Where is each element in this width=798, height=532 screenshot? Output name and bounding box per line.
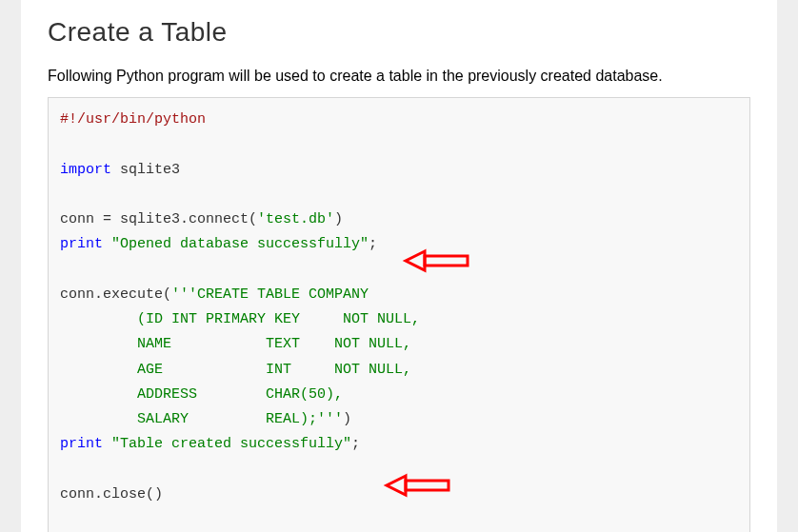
heading: Create a Table — [48, 17, 750, 48]
code-conn-a: conn — [60, 211, 103, 227]
code-op-eq: = — [103, 211, 111, 227]
code-shebang: #!/usr/bin/python — [60, 111, 206, 128]
code-semi1: ; — [369, 236, 377, 252]
svg-rect-1 — [406, 481, 449, 490]
code-op-dot2: . — [94, 286, 103, 303]
code-str-created: "Table created successfully" — [111, 436, 351, 452]
code-fn-connect: connect — [189, 211, 249, 227]
code-exec-a: conn — [60, 286, 94, 303]
annotation-arrow-1 — [401, 196, 472, 300]
code-paren-close2: ) — [343, 411, 351, 427]
svg-rect-0 — [425, 256, 468, 266]
code-sp2 — [103, 436, 111, 452]
code-paren-close1: ) — [334, 211, 343, 227]
code-str-create: '''CREATE TABLE COMPANY (ID INT PRIMARY … — [60, 286, 420, 427]
code-block: #!/usr/bin/python import sqlite3 conn = … — [48, 97, 750, 532]
code-parens3: () — [146, 486, 163, 502]
code-conn-b: sqlite3 — [111, 211, 180, 227]
code-sp1 — [103, 236, 111, 252]
code-op-dot3: . — [94, 486, 103, 502]
code-paren-open1: ( — [249, 211, 257, 227]
code-op-dot1: . — [180, 211, 189, 227]
code-close-a: conn — [60, 486, 94, 502]
code-str-opened: "Opened database successfully" — [111, 236, 369, 252]
code-kw-import: import — [60, 162, 111, 178]
code-semi2: ; — [351, 436, 360, 452]
code-module: sqlite3 — [111, 162, 180, 178]
intro-paragraph: Following Python program will be used to… — [48, 65, 750, 88]
code-fn-close: close — [103, 486, 146, 502]
annotation-arrow-2 — [382, 421, 453, 524]
code-str-testdb: 'test.db' — [257, 211, 334, 227]
code-kw-print1: print — [60, 236, 103, 252]
code-kw-print2: print — [60, 436, 103, 452]
document-page: Create a Table Following Python program … — [21, 0, 777, 532]
code-paren-open2: ( — [163, 286, 171, 303]
code-fn-execute: execute — [103, 286, 163, 303]
